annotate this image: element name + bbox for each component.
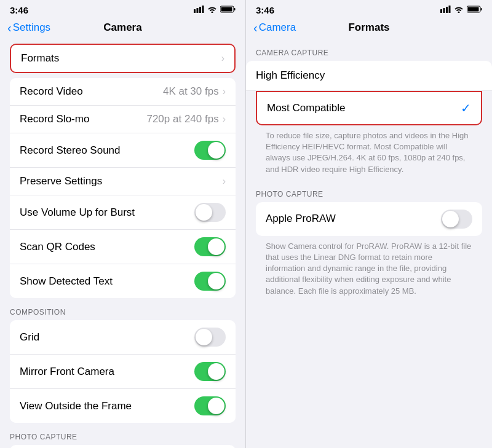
wifi-icon <box>207 6 217 15</box>
status-icons-left <box>194 6 236 15</box>
scene-detection-row[interactable]: Scene Detection <box>10 445 236 448</box>
svg-rect-10 <box>449 6 451 13</box>
photo-capture-card: Scene Detection <box>10 445 236 448</box>
high-efficiency-label: High Efficiency <box>256 69 325 82</box>
record-video-value: 4K at 30 fps <box>163 85 219 98</box>
composition-group: COMPOSITION Grid Mirror Front Camera Vie… <box>0 298 245 423</box>
scan-qr-row[interactable]: Scan QR Codes <box>10 230 236 264</box>
apple-proraw-toggle[interactable] <box>441 210 472 229</box>
view-outside-row[interactable]: View Outside the Frame <box>10 389 236 423</box>
show-detected-label: Show Detected Text <box>20 275 113 288</box>
svg-rect-9 <box>446 7 448 13</box>
back-label-right: Camera <box>259 22 296 34</box>
photo-capture-group: PHOTO CAPTURE Scene Detection Automatica… <box>0 423 245 448</box>
svg-rect-2 <box>199 7 201 13</box>
grid-label: Grid <box>20 331 39 344</box>
record-video-chevron: › <box>223 86 226 97</box>
view-outside-label: View Outside the Frame <box>20 400 132 412</box>
proraw-description: Show Camera control for ProRAW. ProRAW i… <box>246 236 492 307</box>
page-title-right: Formats <box>348 22 389 34</box>
settings-content-left: Formats › Record Video 4K at 30 fps › Re… <box>0 39 245 448</box>
record-slomo-row[interactable]: Record Slo-mo 720p at 240 fps › <box>10 106 236 133</box>
apple-proraw-label: Apple ProRAW <box>266 213 336 225</box>
toggle-thumb-3 <box>208 238 224 255</box>
toggle-thumb-proraw <box>442 211 459 227</box>
toggle-thumb-7 <box>208 398 224 414</box>
record-slomo-chevron: › <box>223 114 226 125</box>
record-video-row[interactable]: Record Video 4K at 30 fps › <box>10 78 236 106</box>
record-video-right: 4K at 30 fps › <box>163 85 226 98</box>
most-compatible-label: Most Compatible <box>267 102 346 114</box>
apple-proraw-row[interactable]: Apple ProRAW <box>256 202 482 236</box>
composition-section-label: COMPOSITION <box>0 298 245 320</box>
svg-rect-1 <box>197 8 199 13</box>
status-icons-right <box>440 6 482 15</box>
toggle-thumb-4 <box>208 273 224 289</box>
camera-capture-description: To reduce file size, capture photos and … <box>246 125 492 185</box>
svg-rect-5 <box>221 7 232 12</box>
camera-capture-group: CAMERA CAPTURE High Efficiency Most Comp… <box>246 39 492 125</box>
nav-header-right: ‹ Camera Formats <box>246 18 492 39</box>
back-label-left: Settings <box>13 22 50 34</box>
battery-icon-right <box>467 6 482 15</box>
grid-toggle[interactable] <box>194 328 226 347</box>
back-button-right[interactable]: ‹ Camera <box>253 21 296 35</box>
record-slomo-label: Record Slo-mo <box>20 113 89 125</box>
preserve-settings-label: Preserve Settings <box>20 175 102 187</box>
use-volume-label: Use Volume Up for Burst <box>20 206 135 219</box>
toggle-thumb-6 <box>208 363 224 380</box>
high-efficiency-row[interactable]: High Efficiency <box>246 61 492 91</box>
show-detected-toggle[interactable] <box>194 272 226 291</box>
status-bar-right: 3:46 <box>246 0 492 18</box>
svg-rect-3 <box>202 6 204 13</box>
wifi-icon-right <box>454 6 464 15</box>
back-chevron-left: ‹ <box>7 21 12 35</box>
time-left: 3:46 <box>10 5 28 15</box>
grid-row[interactable]: Grid <box>10 320 236 355</box>
formats-label: Formats <box>21 52 59 65</box>
mirror-front-label: Mirror Front Camera <box>20 366 114 378</box>
record-stereo-toggle[interactable] <box>194 141 226 160</box>
photo-section-label-right: PHOTO CAPTURE <box>246 185 492 202</box>
view-outside-toggle[interactable] <box>194 396 226 415</box>
formats-row[interactable]: Formats › <box>10 44 236 73</box>
page-title-left: Camera <box>103 22 141 34</box>
preserve-settings-chevron: › <box>223 176 226 187</box>
record-slomo-value: 720p at 240 fps <box>146 113 218 125</box>
photo-capture-section-label: PHOTO CAPTURE <box>0 423 245 445</box>
svg-rect-6 <box>234 8 236 10</box>
formats-chevron: › <box>221 53 224 64</box>
status-bar-left: 3:46 <box>0 0 245 18</box>
show-detected-row[interactable]: Show Detected Text <box>10 264 236 298</box>
use-volume-row[interactable]: Use Volume Up for Burst <box>10 195 236 230</box>
back-button-left[interactable]: ‹ Settings <box>7 21 50 35</box>
signal-icon <box>194 6 204 15</box>
mirror-front-toggle[interactable] <box>194 362 226 381</box>
left-panel: 3:46 ‹ Settings Camera Formats › <box>0 0 246 448</box>
record-stereo-row[interactable]: Record Stereo Sound <box>10 133 236 168</box>
camera-capture-label: CAMERA CAPTURE <box>246 39 492 61</box>
scan-qr-toggle[interactable] <box>194 237 226 256</box>
toggle-thumb-2 <box>196 204 212 221</box>
use-volume-toggle[interactable] <box>194 203 226 222</box>
photo-capture-right-group: PHOTO CAPTURE Apple ProRAW Show Camera c… <box>246 185 492 307</box>
toggle-thumb-5 <box>196 329 212 345</box>
svg-rect-7 <box>440 9 442 13</box>
composition-card: Grid Mirror Front Camera View Outside th… <box>10 320 236 423</box>
preserve-settings-row[interactable]: Preserve Settings › <box>10 168 236 195</box>
toggle-thumb <box>208 142 224 159</box>
battery-icon <box>220 6 236 15</box>
time-right: 3:46 <box>256 5 274 15</box>
svg-rect-8 <box>443 8 445 13</box>
right-panel: 3:46 ‹ Camera Formats CAMERA CAPTURE <box>246 0 492 448</box>
svg-rect-12 <box>468 7 479 12</box>
formats-content: CAMERA CAPTURE High Efficiency Most Comp… <box>246 39 492 448</box>
back-chevron-right: ‹ <box>253 21 258 35</box>
record-slomo-right: 720p at 240 fps › <box>146 113 226 125</box>
mirror-front-row[interactable]: Mirror Front Camera <box>10 355 236 389</box>
selected-check-icon: ✓ <box>461 101 471 116</box>
camera-settings-card: Record Video 4K at 30 fps › Record Slo-m… <box>10 78 236 298</box>
most-compatible-row[interactable]: Most Compatible ✓ <box>256 91 482 125</box>
record-video-label: Record Video <box>20 85 83 98</box>
nav-header-left: ‹ Settings Camera <box>0 18 245 39</box>
